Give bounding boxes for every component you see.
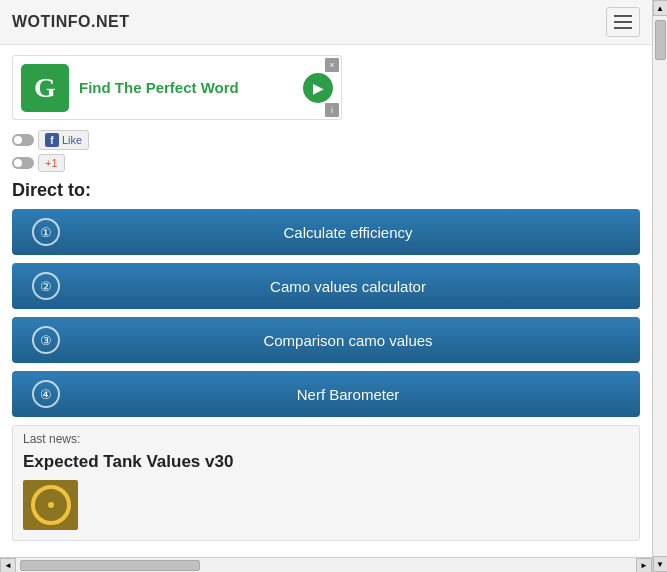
ad-logo: G bbox=[21, 64, 69, 112]
btn-label-1: Calculate efficiency bbox=[76, 224, 620, 241]
fb-like-label: Like bbox=[62, 134, 82, 146]
btn-label-4: Nerf Barometer bbox=[76, 386, 620, 403]
ad-arrow-button[interactable]: ▶ bbox=[303, 73, 333, 103]
camo-values-button[interactable]: ② Camo values calculator bbox=[12, 263, 640, 309]
gplus-social-item: +1 bbox=[12, 154, 640, 172]
toggle-bar-1 bbox=[614, 15, 632, 17]
news-section: Last news: Expected Tank Values v30 bbox=[12, 425, 640, 541]
news-label: Last news: bbox=[23, 432, 629, 446]
horizontal-scrollbar[interactable]: ◄ ► bbox=[0, 557, 652, 572]
navbar-toggle-button[interactable] bbox=[606, 7, 640, 37]
scroll-thumb-vertical[interactable] bbox=[655, 20, 666, 60]
nerf-barometer-button[interactable]: ④ Nerf Barometer bbox=[12, 371, 640, 417]
toggle-bar-3 bbox=[614, 27, 632, 29]
fb-icon: f bbox=[45, 133, 59, 147]
main-content: WOTINFO.NET G Find The Perfect Word ▶ × … bbox=[0, 0, 652, 557]
scroll-down-button[interactable]: ▼ bbox=[653, 556, 668, 572]
news-title: Expected Tank Values v30 bbox=[23, 452, 629, 472]
scroll-right-button[interactable]: ► bbox=[636, 558, 652, 573]
btn-num-4: ④ bbox=[32, 380, 60, 408]
ad-banner: G Find The Perfect Word ▶ × i bbox=[12, 55, 342, 120]
navbar: WOTINFO.NET bbox=[0, 0, 652, 45]
gplus-toggle[interactable] bbox=[12, 157, 34, 169]
scroll-up-button[interactable]: ▲ bbox=[653, 0, 668, 16]
calculate-efficiency-button[interactable]: ① Calculate efficiency bbox=[12, 209, 640, 255]
fb-toggle[interactable] bbox=[12, 134, 34, 146]
brand-title: WOTINFO.NET bbox=[12, 13, 129, 31]
btn-num-3: ③ bbox=[32, 326, 60, 354]
comparison-camo-button[interactable]: ③ Comparison camo values bbox=[12, 317, 640, 363]
tank-wheel-icon bbox=[31, 485, 71, 525]
btn-label-2: Camo values calculator bbox=[76, 278, 620, 295]
direct-to-label: Direct to: bbox=[12, 180, 640, 201]
page-content: G Find The Perfect Word ▶ × i f Like +1 bbox=[0, 45, 652, 551]
gplus-label: +1 bbox=[45, 157, 58, 169]
fb-social-item: f Like bbox=[12, 130, 640, 150]
vertical-scrollbar[interactable]: ▲ ▼ bbox=[652, 0, 667, 572]
ad-info-button[interactable]: i bbox=[325, 103, 339, 117]
social-buttons: f Like +1 bbox=[12, 130, 640, 172]
btn-num-2: ② bbox=[32, 272, 60, 300]
ad-close-button[interactable]: × bbox=[325, 58, 339, 72]
btn-label-3: Comparison camo values bbox=[76, 332, 620, 349]
ad-text: Find The Perfect Word bbox=[79, 79, 293, 96]
news-thumbnail bbox=[23, 480, 78, 530]
btn-num-1: ① bbox=[32, 218, 60, 246]
scroll-thumb-horizontal[interactable] bbox=[20, 560, 200, 571]
scroll-left-button[interactable]: ◄ bbox=[0, 558, 16, 573]
gplus-button[interactable]: +1 bbox=[38, 154, 65, 172]
toggle-bar-2 bbox=[614, 21, 632, 23]
fb-like-button[interactable]: f Like bbox=[38, 130, 89, 150]
